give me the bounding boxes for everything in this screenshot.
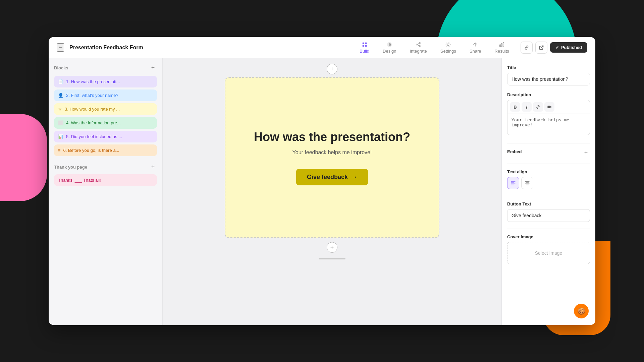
block-icon-5: 📊	[58, 134, 63, 139]
thank-you-text: Thanks, ___ Thats all!	[58, 178, 101, 183]
cover-image-section: Cover Image Select Image	[507, 234, 590, 264]
svg-point-5	[419, 42, 421, 44]
divider-1	[507, 143, 590, 143]
block-item-5[interactable]: 📊 5. Did you feel included as ...	[54, 131, 157, 142]
svg-rect-1	[365, 42, 366, 44]
add-bottom-button[interactable]: +	[327, 242, 337, 253]
svg-rect-0	[362, 42, 364, 44]
nav-results-label: Results	[495, 49, 509, 54]
svg-rect-12	[503, 42, 504, 47]
svg-point-4	[416, 44, 418, 45]
block-label-1: 1. How was the presentati...	[66, 79, 120, 84]
divider-2	[507, 164, 590, 164]
description-toolbar: B I	[507, 100, 590, 114]
svg-rect-10	[500, 45, 501, 47]
thank-you-header: Thank you page +	[54, 163, 157, 171]
slide-button-arrow: →	[351, 174, 357, 181]
embed-expand-button[interactable]: +	[582, 149, 590, 157]
check-icon: ✓	[555, 45, 559, 50]
block-item-3[interactable]: ☆ 3. How would you rate my ...	[54, 103, 157, 115]
scroll-indicator	[319, 258, 345, 259]
back-button[interactable]: ←	[57, 43, 64, 52]
block-icon-4: ⬜	[58, 120, 63, 125]
block-label-5: 5. Did you feel included as ...	[66, 134, 122, 139]
published-button[interactable]: ✓ Published	[550, 42, 587, 53]
title-field-label: Title	[507, 65, 590, 70]
bold-button[interactable]: B	[510, 102, 520, 112]
description-field-label: Description	[507, 92, 590, 97]
cover-image-placeholder: Select Image	[535, 250, 562, 256]
svg-line-7	[417, 43, 419, 44]
floating-cookie-button[interactable]: 🍪	[574, 304, 589, 318]
external-link-button[interactable]	[535, 42, 547, 54]
header: ← Presentation Feedback Form Build Desig…	[49, 37, 595, 58]
align-left-button[interactable]	[507, 177, 519, 189]
main-content: Blocks + 📄 1. How was the presentati... …	[49, 58, 595, 325]
video-button[interactable]	[544, 102, 554, 112]
slide-description: Your feedback helps me improve!	[292, 149, 372, 156]
embed-label: Embed	[507, 149, 522, 154]
align-center-button[interactable]	[521, 177, 533, 189]
block-icon-3: ☆	[58, 107, 62, 112]
description-section: Description B I Your feedback helps me i…	[507, 92, 590, 136]
italic-button[interactable]: I	[522, 102, 532, 112]
block-label-2: 2. First, what's your name?	[66, 93, 118, 98]
nav-build-label: Build	[360, 49, 369, 54]
thank-you-item[interactable]: Thanks, ___ Thats all!	[54, 174, 157, 186]
slide-give-feedback-button[interactable]: Give feedback →	[296, 169, 368, 185]
canvas-area: + How was the presentation? Your feedbac…	[163, 58, 501, 325]
svg-point-9	[447, 44, 449, 45]
bg-pink-shape	[0, 114, 47, 201]
block-item-4[interactable]: ⬜ 4. Was the information pre...	[54, 117, 157, 129]
right-panel: Title Description B I Your feedback help…	[501, 58, 595, 325]
nav-item-share[interactable]: Share	[464, 40, 487, 56]
nav-bar: Build Design Integrate Settings Share Re…	[354, 40, 515, 56]
svg-rect-11	[501, 43, 502, 47]
block-item-2[interactable]: 👤 2. First, what's your name?	[54, 89, 157, 101]
header-actions: ✓ Published	[521, 42, 587, 54]
thank-you-section: Thank you page + Thanks, ___ Thats all!	[54, 163, 157, 186]
nav-item-build[interactable]: Build	[354, 40, 375, 56]
slide-card: How was the presentation? Your feedback …	[225, 77, 439, 238]
text-align-section: Text align	[507, 169, 590, 189]
slide-title: How was the presentation?	[254, 130, 410, 144]
cover-image-label: Cover Image	[507, 234, 590, 239]
nav-settings-label: Settings	[440, 49, 456, 54]
title-section: Title	[507, 65, 590, 85]
thank-you-label: Thank you page	[54, 165, 87, 170]
svg-rect-2	[362, 45, 364, 46]
block-label-4: 4. Was the information pre...	[66, 120, 121, 125]
block-item-1[interactable]: 📄 1. How was the presentati...	[54, 76, 157, 87]
text-align-label: Text align	[507, 169, 590, 174]
sidebar: Blocks + 📄 1. How was the presentati... …	[49, 58, 163, 325]
block-icon-2: 👤	[58, 93, 63, 98]
nav-item-settings[interactable]: Settings	[434, 40, 462, 56]
nav-integrate-label: Integrate	[410, 49, 427, 54]
svg-rect-3	[365, 45, 366, 46]
divider-4	[507, 229, 590, 229]
add-thank-you-button[interactable]: +	[149, 163, 157, 171]
slide-button-label: Give feedback	[307, 174, 348, 181]
app-window: ← Presentation Feedback Form Build Desig…	[49, 37, 595, 325]
block-icon-6: ≡	[58, 148, 61, 153]
add-top-button[interactable]: +	[327, 64, 337, 74]
link-button[interactable]	[521, 42, 533, 54]
button-text-input[interactable]	[507, 209, 590, 222]
button-text-section: Button Text	[507, 201, 590, 222]
nav-item-results[interactable]: Results	[489, 40, 515, 56]
blocks-section-header: Blocks +	[54, 64, 157, 72]
cover-image-selector[interactable]: Select Image	[507, 242, 590, 264]
button-text-label: Button Text	[507, 201, 590, 206]
description-textarea[interactable]: Your feedback helps me improve!	[507, 114, 590, 135]
blocks-label: Blocks	[54, 65, 68, 70]
embed-header: Embed +	[507, 149, 590, 157]
nav-design-label: Design	[383, 49, 396, 54]
nav-item-integrate[interactable]: Integrate	[404, 40, 433, 56]
block-item-6[interactable]: ≡ 6. Before you go, is there a...	[54, 144, 157, 156]
nav-item-design[interactable]: Design	[377, 40, 402, 56]
nav-share-label: Share	[470, 49, 481, 54]
link-toolbar-button[interactable]	[533, 102, 543, 112]
block-label-3: 3. How would you rate my ...	[65, 107, 120, 112]
title-input[interactable]	[507, 73, 590, 85]
add-block-button[interactable]: +	[149, 64, 157, 72]
